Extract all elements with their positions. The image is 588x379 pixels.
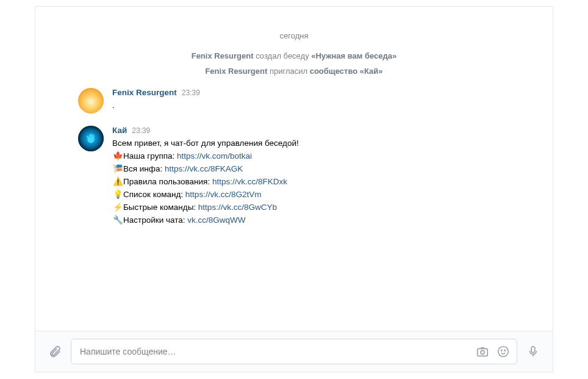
svg-point-4 [504, 350, 505, 350]
link[interactable]: vk.cc/8GwqWW [187, 215, 245, 225]
message-time: 23:39 [132, 126, 150, 135]
message-line: 💡Список команд: https://vk.cc/8G2tVm [112, 189, 534, 201]
sys-target: «Нужная вам беседа» [311, 51, 396, 60]
sender-name[interactable]: Кай [112, 126, 127, 135]
link[interactable]: https://vk.com/botkai [177, 151, 252, 161]
svg-point-1 [481, 350, 484, 354]
avatar[interactable] [78, 126, 104, 151]
message-content: Кай 23:39 Всем привет, я чат-бот для упр… [112, 126, 534, 226]
avatar[interactable] [78, 88, 104, 114]
svg-rect-0 [478, 348, 488, 356]
line-label: Быстрые команды: [123, 203, 198, 212]
warning-icon: ⚠️ [112, 176, 123, 189]
emoji-button[interactable] [496, 344, 511, 359]
message-body: . [112, 99, 534, 112]
line-label: Наша группа: [123, 151, 177, 161]
messages-area: сегодня Fenix Resurgent создал беседу «Н… [35, 7, 553, 331]
line-label: Вся инфа: [123, 164, 165, 173]
paperclip-icon [48, 345, 62, 358]
input-container [71, 339, 517, 364]
wrench-icon: 🔧 [112, 214, 123, 227]
bulb-icon: 💡 [112, 189, 123, 201]
system-message-invited: Fenix Resurgent пригласил сообщество «Ка… [54, 67, 534, 76]
system-message-created: Fenix Resurgent создал беседу «Нужная ва… [54, 51, 534, 60]
line-label: Правила пользования: [123, 177, 212, 186]
link[interactable]: https://vk.cc/8FKAGK [165, 164, 243, 173]
link[interactable]: https://vk.cc/8G2tVm [185, 190, 262, 199]
message-line: ⚡Быстрые команды: https://vk.cc/8GwCYb [112, 201, 534, 214]
link[interactable]: https://vk.cc/8FKDxk [212, 177, 287, 186]
ribbon-icon: 🎏 [112, 163, 123, 176]
message: Кай 23:39 Всем привет, я чат-бот для упр… [78, 126, 534, 226]
svg-point-2 [498, 347, 509, 357]
composer [35, 331, 553, 372]
sys-target[interactable]: сообщество «Кай» [310, 67, 383, 76]
message-header: Fenix Resurgent 23:39 [112, 88, 534, 97]
camera-icon [476, 345, 489, 358]
svg-point-3 [501, 350, 502, 350]
svg-rect-5 [531, 347, 535, 353]
line-label: Настройки чата: [123, 215, 187, 225]
message-content: Fenix Resurgent 23:39 . [112, 88, 534, 112]
message-line: 🔧Настройки чата: vk.cc/8GwqWW [112, 214, 534, 227]
line-label: Список команд: [123, 190, 185, 199]
message-text: Всем привет, я чат-бот для управления бе… [112, 137, 534, 150]
link[interactable]: https://vk.cc/8GwCYb [198, 203, 277, 212]
microphone-icon [526, 345, 540, 358]
sender-name[interactable]: Fenix Resurgent [112, 88, 177, 97]
message: Fenix Resurgent 23:39 . [78, 88, 534, 114]
smile-icon [497, 345, 510, 358]
hand-icon [84, 132, 98, 145]
message-input[interactable] [80, 347, 469, 356]
message-body: Всем привет, я чат-бот для управления бе… [112, 137, 534, 226]
sys-actor[interactable]: Fenix Resurgent [192, 51, 254, 60]
message-line: ⚠️Правила пользования: https://vk.cc/8FK… [112, 176, 534, 189]
message-time: 23:39 [182, 88, 200, 97]
sys-text: пригласил [267, 67, 309, 76]
attach-button[interactable] [46, 343, 63, 360]
sys-actor[interactable]: Fenix Resurgent [205, 67, 267, 76]
leaf-icon: 🍁 [112, 150, 123, 163]
message-line: 🎏Вся инфа: https://vk.cc/8FKAGK [112, 163, 534, 176]
date-divider: сегодня [54, 31, 534, 40]
message-header: Кай 23:39 [112, 126, 534, 135]
message-line: 🍁Наша группа: https://vk.com/botkai [112, 150, 534, 163]
camera-button[interactable] [475, 344, 490, 359]
sys-text: создал беседу [254, 51, 312, 60]
chat-window: сегодня Fenix Resurgent создал беседу «Н… [35, 6, 553, 372]
voice-button[interactable] [525, 343, 542, 360]
bolt-icon: ⚡ [112, 201, 123, 214]
